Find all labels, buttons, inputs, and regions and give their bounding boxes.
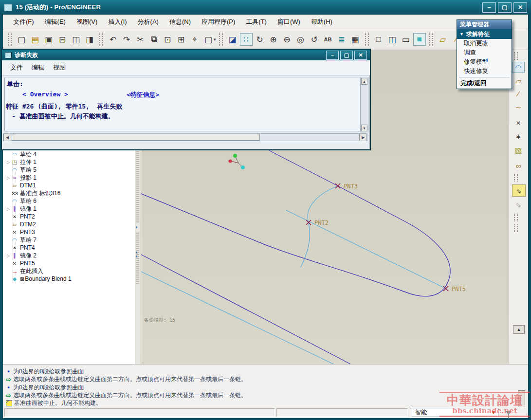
- tree-item-boundary-blend1[interactable]: ◆⊠Boundary Blend 1: [3, 275, 72, 283]
- view-manager-icon[interactable]: ▦: [349, 33, 362, 46]
- tree-item-dtm2[interactable]: ▱DTM2: [3, 220, 36, 228]
- dialog-menu-file[interactable]: 文件: [6, 62, 27, 73]
- datum-nodes-icon[interactable]: ∷: [240, 33, 253, 46]
- feature-info-link[interactable]: <特征信息>: [127, 91, 160, 99]
- maximize-button[interactable]: ▢: [498, 2, 512, 13]
- tree-item-pnt2[interactable]: ✕PNT2: [3, 213, 35, 220]
- menu-manager-title[interactable]: 菜单管理器: [457, 20, 512, 29]
- copy-model-icon[interactable]: ◫: [70, 33, 82, 46]
- tree-item-projection1[interactable]: ▷≈投影 1: [3, 174, 37, 182]
- print-icon[interactable]: ⊟: [56, 33, 69, 46]
- point-label-pnt5[interactable]: PNT5: [452, 286, 466, 292]
- zoom-in-icon[interactable]: ⊕: [267, 33, 280, 46]
- select-rect-icon[interactable]: ▢: [202, 33, 215, 46]
- menu-edit[interactable]: 编辑(E): [39, 16, 71, 28]
- wireframe-icon[interactable]: □: [372, 33, 385, 46]
- open-icon[interactable]: ▤: [29, 33, 41, 46]
- scroll-left-icon[interactable]: ◀: [3, 134, 11, 141]
- expander-icon[interactable]: ▷: [6, 176, 11, 180]
- link-tool-icon[interactable]: ∞: [512, 160, 525, 171]
- dialog-menu-view[interactable]: 视图: [49, 62, 70, 73]
- tree-item-sketch6[interactable]: ◠草绘 6: [3, 197, 37, 205]
- tree-item-mirror2[interactable]: ▷∥镜像 2: [3, 252, 37, 259]
- menu-item-undo-changes[interactable]: 取消更改: [457, 39, 512, 48]
- redo-icon[interactable]: ↷: [120, 33, 133, 46]
- datum-plane-tool-icon[interactable]: ▱: [512, 75, 525, 87]
- menu-applications[interactable]: 应用程序(P): [196, 16, 240, 28]
- scroll-right-icon[interactable]: ▶: [359, 134, 367, 141]
- plane-display-icon[interactable]: ▱: [437, 33, 449, 46]
- close-button[interactable]: ✕: [513, 2, 527, 13]
- expander-icon[interactable]: ▷: [6, 254, 11, 258]
- hidden-line-icon[interactable]: ◫: [386, 33, 399, 46]
- point-label-pnt3[interactable]: PNT3: [344, 183, 358, 190]
- analysis-tool-icon[interactable]: ▧: [512, 145, 525, 156]
- paste-special-icon[interactable]: ⊞: [175, 33, 187, 46]
- scroll-down-icon[interactable]: ▼: [361, 125, 367, 131]
- save-icon[interactable]: ▣: [42, 33, 55, 46]
- sash-collapse-icon[interactable]: ‹‹: [136, 251, 137, 258]
- menu-tools[interactable]: 工具(T): [240, 16, 272, 28]
- sketch-tool-icon[interactable]: ◠: [512, 62, 525, 73]
- reorient-icon[interactable]: ↺: [308, 33, 321, 46]
- no-hidden-icon[interactable]: ▭: [400, 33, 412, 46]
- toolbar-overflow-button[interactable]: ▲: [513, 325, 525, 334]
- shaded-icon[interactable]: ■: [413, 33, 426, 46]
- menu-insert[interactable]: 插入(I): [103, 16, 132, 28]
- copy-icon[interactable]: ⧉: [147, 33, 160, 46]
- tree-item-extrude1[interactable]: ▷◳拉伸 1: [3, 158, 37, 166]
- menu-window[interactable]: 窗口(W): [272, 16, 306, 28]
- toolbar-grip[interactable]: [365, 33, 369, 46]
- tree-item-dtm1[interactable]: ▱DTM1: [3, 182, 36, 189]
- menu-file[interactable]: 文件(F): [8, 16, 39, 28]
- tree-item-sketch5[interactable]: ◠草绘 5: [3, 166, 37, 174]
- refit-icon[interactable]: ◎: [294, 33, 307, 46]
- tree-item-sketch7[interactable]: ◠草绘 7: [3, 236, 37, 244]
- menu-item-fix-model[interactable]: 修复模型: [457, 57, 512, 67]
- new-icon[interactable]: ▢: [15, 33, 28, 46]
- toolbar-grip[interactable]: [8, 33, 12, 46]
- expander-icon[interactable]: ▷: [6, 160, 11, 164]
- mail-model-icon[interactable]: ◨: [83, 33, 96, 46]
- menu-analysis[interactable]: 分析(A): [132, 16, 164, 28]
- sash-expand-icon[interactable]: ›: [136, 225, 137, 229]
- csys-tool-icon[interactable]: ∗: [512, 131, 525, 142]
- saved-views-icon[interactable]: AB: [322, 33, 334, 46]
- datum-axis-tool-icon[interactable]: ∕: [512, 88, 525, 99]
- sketch-display-icon[interactable]: ◪: [226, 33, 239, 46]
- dialog-vscrollbar[interactable]: ▲ ▼: [360, 77, 368, 132]
- toolbar-grip[interactable]: [99, 33, 103, 46]
- tree-item-pnt4[interactable]: ✕PNT4: [3, 244, 35, 252]
- menu-item-quick-fix[interactable]: 快速修复: [457, 67, 512, 76]
- copy-geometry-tool-icon[interactable]: ⇘: [512, 184, 526, 197]
- orbit-icon[interactable]: ↻: [254, 33, 266, 46]
- menu-item-done-return[interactable]: 完成/返回: [457, 78, 512, 89]
- resolve-feature-header[interactable]: ▼ 求解特征: [457, 29, 512, 39]
- paste-icon[interactable]: ⊡: [161, 33, 174, 46]
- tree-item-insert-here[interactable]: →在此插入: [3, 267, 43, 275]
- menu-help[interactable]: 帮助(H): [306, 16, 338, 28]
- zoom-out-icon[interactable]: ⊖: [281, 33, 293, 46]
- undo-icon[interactable]: ↶: [107, 33, 119, 46]
- toolbar-grip[interactable]: [429, 33, 433, 46]
- tree-item-sketch4[interactable]: ◠草绘 4: [3, 150, 37, 158]
- toolbar-grip[interactable]: [514, 214, 518, 221]
- dialog-minimize-button[interactable]: –: [326, 51, 339, 60]
- overview-link[interactable]: < Overview >: [22, 91, 68, 98]
- toolbar-grip[interactable]: [514, 174, 518, 182]
- expander-icon[interactable]: ▷: [6, 207, 11, 211]
- tree-item-pnt3[interactable]: ✕PNT3: [3, 228, 35, 236]
- select-dropdown-arrow[interactable]: ▾: [214, 37, 216, 42]
- dialog-maximize-button[interactable]: ▢: [340, 51, 353, 60]
- datum-point-tool-icon[interactable]: ✕: [512, 117, 525, 128]
- dialog-close-button[interactable]: ✕: [354, 51, 367, 60]
- toolbar-grip[interactable]: [514, 52, 518, 60]
- menu-info[interactable]: 信息(N): [164, 16, 196, 28]
- cut-icon[interactable]: ✂: [134, 33, 146, 46]
- curve-tool-icon[interactable]: ∼: [512, 102, 525, 113]
- dialog-hscrollbar[interactable]: ◀ ▶: [3, 133, 367, 141]
- toolbar-grip[interactable]: [219, 33, 223, 46]
- layers-icon[interactable]: ≣: [335, 33, 348, 46]
- tree-item-pnt5[interactable]: ✕PNT5: [3, 259, 35, 267]
- menu-view[interactable]: 视图(V): [71, 16, 103, 28]
